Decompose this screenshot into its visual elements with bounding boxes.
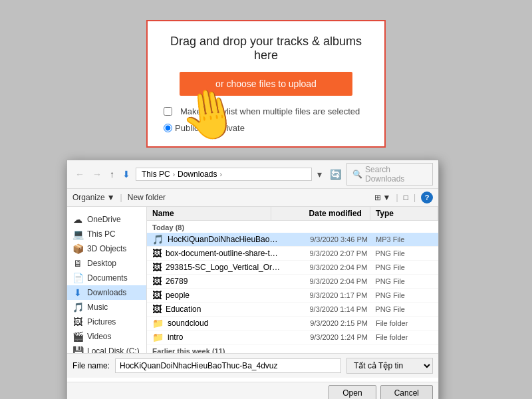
col-date[interactable]: Date modified [271,207,370,220]
view-toggle-button[interactable]: ⊞ ▼ [374,193,391,202]
sidebar-label-music: Music [87,303,108,312]
search-bar[interactable]: 🔍 Search Downloads [346,163,433,186]
sidebar-item-desktop[interactable]: 🖥 Desktop [67,256,146,271]
sidebar-item-music[interactable]: 🎵 Music [67,300,146,315]
sidebar-item-this-pc[interactable]: 💻 This PC [67,227,146,241]
file-name: HocKiQuanDoiNhacHieuBaoThuc-Ba_4d... [168,235,282,244]
help-button[interactable]: ? [421,192,433,203]
table-row[interactable]: 🎵 HocKiQuanDoiNhacHieuBaoThuc-Ba_4d... 9… [147,233,438,247]
sidebar-label-desktop: Desktop [87,259,116,268]
file-name: soundcloud [168,319,282,328]
sidebar-label-downloads: Downloads [87,288,126,297]
dropdown-arrow-btn[interactable]: ▾ [315,168,325,181]
sidebar-label-pictures: Pictures [87,317,116,327]
group-earlier-label: Earlier this week (11) [152,347,225,353]
file-date: 9/3/2020 1:24 PM [282,333,376,341]
open-button[interactable]: Open [329,385,376,399]
dialog-navbar: ← → ↑ ⬇ This PC › Downloads › ▾ 🔄 🔍 Sear… [67,160,438,189]
file-type: PNG File [375,277,433,285]
cancel-button[interactable]: Cancel [380,385,433,399]
sidebar-label-local-c: Local Disk (C:) [87,346,140,353]
file-type: PNG File [375,291,433,299]
view-arrow-icon: ▼ [383,193,391,202]
view-icon: ⊞ [374,193,381,202]
dialog-sidebar: ☁ OneDrive 💻 This PC 📦 3D Objects 🖥 Desk… [67,207,147,353]
sidebar-label-3d: 3D Objects [87,244,126,253]
downloads-icon-btn[interactable]: ⬇ [120,168,133,181]
back-button[interactable]: ← [72,168,87,181]
sidebar-item-3d-objects[interactable]: 📦 3D Objects [67,241,146,256]
documents-icon: 📄 [72,273,83,283]
file-name: people [166,291,281,300]
file-list: Name Date modified Type Today (8) 🎵 HocK… [147,207,438,353]
dialog-content: ☁ OneDrive 💻 This PC 📦 3D Objects 🖥 Desk… [67,207,438,353]
forward-button[interactable]: → [90,168,104,181]
file-date: 9/3/2020 1:14 PM [281,305,375,313]
path-downloads: Downloads [178,170,217,179]
table-row[interactable]: 📁 intro 9/3/2020 1:24 PM File folder [147,331,438,344]
table-row[interactable]: 🖼 26789 9/3/2020 2:04 PM PNG File [147,275,438,289]
sidebar-label-documents: Documents [87,273,128,283]
path-this-pc: This PC [142,170,170,179]
file-date: 9/3/2020 2:15 PM [282,319,376,327]
search-placeholder: Search Downloads [365,165,427,184]
videos-icon: 🎬 [72,331,83,342]
sidebar-item-pictures[interactable]: 🖼 Pictures [67,315,146,329]
new-folder-button[interactable]: New folder [128,193,166,202]
table-row[interactable]: 🖼 Education 9/3/2020 1:14 PM PNG File [147,303,438,317]
file-type: File folder [376,319,433,327]
file-type: File folder [376,333,433,341]
path-bar[interactable]: This PC › Downloads › [136,168,312,181]
col-type[interactable]: Type [370,207,438,220]
table-row[interactable]: 🖼 293815-SC_Logo_Vertical_Orange_2x-222.… [147,261,438,275]
playlist-checkbox[interactable] [164,107,172,116]
table-row[interactable]: 📁 soundcloud 9/3/2020 2:15 PM File folde… [147,317,438,331]
file-name: Education [166,305,281,314]
public-radio[interactable] [164,124,172,132]
up-button[interactable]: ↑ [107,168,117,181]
organize-button[interactable]: Organize ▼ [72,193,115,202]
today-file-rows: 🎵 HocKiQuanDoiNhacHieuBaoThuc-Ba_4d... 9… [147,233,438,344]
sidebar-item-videos[interactable]: 🎬 Videos [67,329,146,344]
music-icon: 🎵 [72,302,83,313]
hand-pointer-emoji: 🤚 [175,82,243,148]
sidebar-item-onedrive[interactable]: ☁ OneDrive [67,212,146,227]
onedrive-icon: ☁ [72,214,83,225]
dialog-filename-bar: File name: Tất cả Tệp tin [67,353,438,378]
filename-input[interactable] [115,358,341,373]
file-icon: 🖼 [152,304,162,315]
filelist-header: Name Date modified Type [147,207,438,221]
pictures-icon: 🖼 [72,317,83,327]
dialog-action-buttons: Open Cancel [67,382,438,399]
this-pc-icon: 💻 [72,229,83,239]
file-icon: 🖼 [152,248,162,259]
file-icon: 📁 [152,332,164,342]
sidebar-label-this-pc: This PC [87,229,116,239]
filetype-select[interactable]: Tất cả Tệp tin [346,358,433,374]
file-icon: 🎵 [152,234,164,245]
sidebar-item-downloads[interactable]: ⬇ Downloads [67,285,146,300]
refresh-btn[interactable]: 🔄 [327,168,344,181]
file-type: PNG File [375,305,433,313]
path-arrow-2: › [219,171,221,178]
table-row[interactable]: 🖼 box-document-outline-share-top-upl... … [147,247,438,261]
table-row[interactable]: 🖼 people 9/3/2020 1:17 PM PNG File [147,289,438,303]
col-name[interactable]: Name [147,207,271,220]
desktop-icon: 🖥 [72,258,83,269]
file-open-dialog: ← → ↑ ⬇ This PC › Downloads › ▾ 🔄 🔍 Sear… [66,160,439,399]
sidebar-label-videos: Videos [87,332,111,341]
sidebar-item-documents[interactable]: 📄 Documents [67,271,146,285]
extra-view-icon: □ [404,193,408,202]
file-date: 9/3/2020 3:46 PM [282,235,376,243]
file-icon: 🖼 [152,290,162,301]
sidebar-item-local-c[interactable]: 💾 Local Disk (C:) [67,344,146,353]
extra-view-button[interactable]: □ [404,193,408,202]
toolbar-separator-3: | [414,193,416,202]
file-type: PNG File [375,263,433,271]
filename-label: File name: [72,361,110,370]
toolbar-separator-2: | [396,193,398,202]
path-arrow-1: › [173,171,175,178]
file-date: 9/3/2020 2:04 PM [281,263,375,271]
file-date: 9/3/2020 2:04 PM [281,277,375,285]
file-date: 9/3/2020 2:07 PM [281,249,375,257]
